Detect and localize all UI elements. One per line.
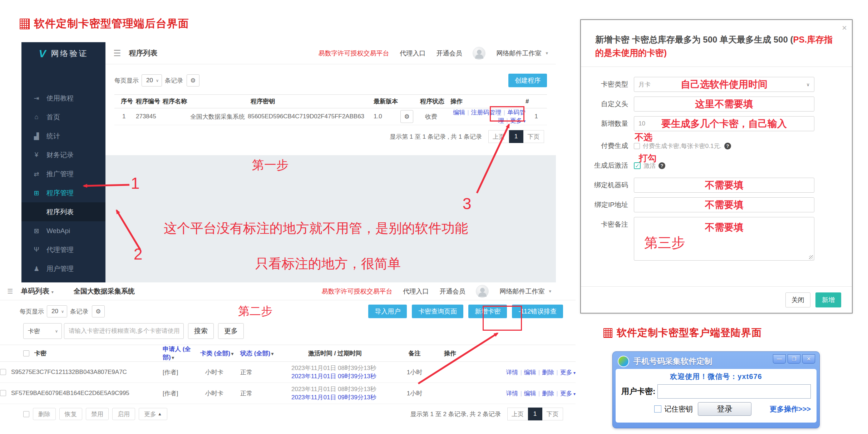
agent-entry-link[interactable]: 代理入口 bbox=[400, 49, 425, 58]
key-query-page-button[interactable]: 卡密查询页面 bbox=[412, 305, 463, 318]
per-page-select[interactable]: 20 ∨ bbox=[47, 305, 67, 317]
modal-close-button[interactable]: 关闭 bbox=[785, 292, 810, 307]
remember-key-checkbox[interactable] bbox=[654, 405, 661, 413]
search-filter-select[interactable]: 卡密 ∨ bbox=[23, 323, 62, 339]
home-icon: ⌂ bbox=[32, 113, 41, 121]
edit-link[interactable]: 编辑 bbox=[453, 109, 465, 116]
prev-page-button[interactable]: 上页 bbox=[507, 408, 528, 420]
annotation-hint: 不需要填 bbox=[634, 198, 814, 211]
col-app-name: 程序名称 bbox=[163, 95, 245, 108]
minimize-button[interactable]: — bbox=[773, 354, 786, 364]
sidebar-item-promotion[interactable]: ⇄ 推广管理 bbox=[21, 164, 105, 183]
avatar[interactable] bbox=[476, 285, 489, 298]
field-machine-code: 绑定机器码 不需要填 bbox=[581, 178, 852, 193]
open-member-link[interactable]: 开通会员 bbox=[439, 287, 465, 296]
sidebar-item-finance[interactable]: ¥ 财务记录 bbox=[21, 146, 105, 164]
col-version: 最新版本 bbox=[374, 95, 400, 108]
ip-address-input[interactable]: 不需要填 bbox=[634, 197, 814, 212]
sidebar-menu: ⇥ 使用教程 ⌂ 首页 ▟ 统计 ¥ 财务记录 ⇄ 推广管理 bbox=[21, 89, 105, 278]
open-member-link[interactable]: 开通会员 bbox=[436, 49, 462, 58]
detail-link[interactable]: 详情 bbox=[506, 390, 518, 397]
applicant-filter[interactable]: 申请人 (全部) bbox=[163, 346, 191, 361]
edit-link[interactable]: 编辑 bbox=[524, 390, 536, 397]
account-name[interactable]: 网络邮件工作室 bbox=[499, 287, 544, 296]
login-button[interactable]: 登录 bbox=[698, 402, 751, 416]
sidebar-item-program-management[interactable]: ⊞ 程序管理 bbox=[21, 183, 105, 202]
page-1-button[interactable]: 1 bbox=[528, 408, 542, 420]
pay-generate-note: 付费生成卡密,每张卡密0.1元. bbox=[643, 142, 721, 150]
key-note-textarea[interactable]: 不需要填 第三步 bbox=[634, 217, 814, 261]
per-page-select[interactable]: 20 ∨ bbox=[142, 74, 162, 87]
bulk-enable-button[interactable]: 启用 bbox=[112, 408, 135, 420]
close-icon[interactable]: × bbox=[842, 23, 847, 33]
panel2-header: ☰ 单码列表 ▾ 全国大数据采集系统 易数字许可授权交易平台 代理入口 开通会员… bbox=[0, 282, 576, 300]
sidebar-item-stats[interactable]: ▟ 统计 bbox=[21, 127, 105, 146]
next-page-button[interactable]: 下页 bbox=[523, 130, 544, 143]
pay-generate-checkbox[interactable] bbox=[634, 143, 640, 149]
search-more-button[interactable]: 更多 bbox=[218, 323, 244, 339]
sidebar-item-label: 使用教程 bbox=[46, 94, 74, 103]
bulk-more-button[interactable]: 更多▲ bbox=[139, 408, 167, 420]
bulk-disable-button[interactable]: 禁用 bbox=[86, 408, 109, 420]
sidebar-item-home[interactable]: ⌂ 首页 bbox=[21, 108, 105, 127]
key-type-select[interactable]: 月卡 自己选软件使用时间 ∨ bbox=[634, 77, 814, 92]
sidebar: V 网络验证 ⇥ 使用教程 ⌂ 首页 ▟ 统计 ¥ 财务记录 bbox=[21, 42, 105, 282]
resize-handle-icon[interactable] bbox=[809, 255, 813, 260]
hamburger-icon[interactable]: ☰ bbox=[113, 48, 121, 58]
search-input[interactable] bbox=[64, 323, 184, 339]
hamburger-icon[interactable]: ☰ bbox=[7, 287, 13, 295]
more-link[interactable]: 更多 bbox=[560, 390, 572, 397]
panel2-title[interactable]: 单码列表 ▾ bbox=[21, 286, 54, 296]
page-1-button[interactable]: 1 bbox=[509, 130, 523, 143]
platform-link[interactable]: 易数字许可授权交易平台 bbox=[321, 287, 392, 296]
prev-page-button[interactable]: 上页 bbox=[488, 130, 509, 143]
bulk-delete-button[interactable]: 删除 bbox=[33, 408, 56, 420]
annotation-note1: 这个平台没有标注的地方就不用管，是别的软件功能 bbox=[164, 221, 468, 236]
sidebar-item-program-list[interactable]: 程序列表 bbox=[21, 202, 105, 221]
help-icon[interactable]: ? bbox=[724, 143, 731, 149]
modal-submit-button[interactable]: 新增 bbox=[815, 292, 841, 307]
client-titlebar[interactable]: 手机号码采集软件定制 — ❐ ✕ bbox=[616, 354, 817, 369]
create-program-button[interactable]: 创建程序 bbox=[508, 74, 547, 87]
custom-prefix-input[interactable]: 这里不需要填 bbox=[634, 97, 814, 112]
select-all-checkbox[interactable] bbox=[23, 350, 29, 356]
card-type-filter[interactable]: 卡类 (全部) bbox=[200, 350, 230, 357]
next-page-button[interactable]: 下页 bbox=[542, 408, 563, 420]
sidebar-item-tutorial[interactable]: ⇥ 使用教程 bbox=[21, 89, 105, 108]
row-checkbox[interactable] bbox=[0, 369, 6, 375]
agent-entry-link[interactable]: 代理入口 bbox=[403, 287, 429, 296]
sidebar-item-webapi[interactable]: ⊠ WebApi bbox=[21, 221, 105, 240]
pagination-summary: 显示第 1 至 1 条记录 , 共 1 条记录 bbox=[390, 133, 482, 141]
row-gear-button[interactable]: ⚙ bbox=[400, 110, 413, 123]
search-button[interactable]: 搜索 bbox=[188, 323, 214, 339]
avatar[interactable] bbox=[473, 47, 485, 60]
bulk-restore-button[interactable]: 恢复 bbox=[59, 408, 82, 420]
delete-link[interactable]: 删除 bbox=[542, 390, 554, 397]
more-link[interactable]: 更多 bbox=[560, 369, 572, 376]
help-icon[interactable]: ? bbox=[659, 162, 665, 169]
sidebar-item-agent-management[interactable]: Ψ 代理管理 bbox=[21, 240, 105, 259]
machine-code-input[interactable]: 不需要填 bbox=[634, 178, 814, 193]
count-input[interactable]: 10 要生成多几个卡密，自己输入 bbox=[634, 116, 814, 131]
columns-gear-button[interactable]: ⚙ bbox=[92, 305, 105, 317]
brand[interactable]: V 网络验证 bbox=[21, 42, 105, 65]
account-name[interactable]: 网络邮件工作室 bbox=[496, 49, 541, 58]
sidebar-item-user-management[interactable]: ♟ 用户管理 bbox=[21, 259, 105, 278]
status-filter[interactable]: 状态 (全部) bbox=[240, 350, 270, 357]
delete-link[interactable]: 删除 bbox=[542, 369, 554, 376]
row-checkbox[interactable] bbox=[0, 390, 6, 396]
user-key-input[interactable] bbox=[657, 384, 811, 399]
grid-icon bbox=[603, 328, 612, 338]
expiry-time[interactable]: 2023年11月01日 09时39分13秒 bbox=[291, 372, 385, 380]
close-button[interactable]: ✕ bbox=[802, 354, 815, 364]
field-activate-after: 生成后激活 打勾 ✓ 激活 ? bbox=[581, 158, 852, 173]
import-users-button[interactable]: 导入用户 bbox=[368, 305, 407, 318]
platform-link[interactable]: 易数字许可授权交易平台 bbox=[318, 49, 389, 58]
detail-link[interactable]: 详情 bbox=[506, 369, 518, 376]
expiry-time[interactable]: 2023年11月01日 09时39分13秒 bbox=[291, 393, 385, 401]
select-all-checkbox[interactable] bbox=[23, 411, 29, 417]
columns-gear-button[interactable]: ⚙ bbox=[187, 74, 199, 87]
maximize-button[interactable]: ❐ bbox=[788, 354, 800, 364]
edit-link[interactable]: 编辑 bbox=[524, 369, 536, 376]
more-actions-link[interactable]: 更多操作>>> bbox=[770, 404, 811, 414]
